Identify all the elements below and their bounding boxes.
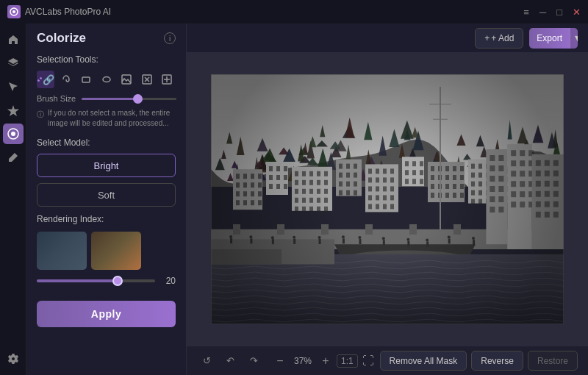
top-bar: + + Add Export ▾ bbox=[187, 24, 588, 53]
select-model-label: Select Model: bbox=[26, 133, 186, 151]
export-button[interactable]: Export bbox=[529, 28, 570, 49]
rendering-index-value: 20 bbox=[159, 276, 176, 286]
info-button[interactable]: i bbox=[164, 32, 176, 44]
rendering-index-label: Rendering Index: bbox=[26, 210, 186, 227]
icon-bar bbox=[0, 24, 26, 375]
panel-title: Colorize bbox=[37, 31, 86, 46]
tool-lasso[interactable] bbox=[57, 71, 75, 88]
zoom-out-button[interactable]: − bbox=[272, 353, 288, 369]
undo2-button[interactable]: ↶ bbox=[220, 351, 240, 371]
restore-button[interactable]: Restore bbox=[528, 351, 578, 371]
model-bright-button[interactable]: Bright bbox=[37, 154, 176, 177]
content-area: + + Add Export ▾ ↺ ↶ ↷ − bbox=[187, 24, 588, 375]
tool-image-mask[interactable] bbox=[118, 71, 136, 88]
zoom-value: 37% bbox=[291, 356, 315, 366]
close-button[interactable]: ✕ bbox=[573, 7, 581, 17]
bottom-right-controls: Remove All Mask Reverse Restore bbox=[380, 351, 578, 371]
info-small-icon: ⓘ bbox=[37, 110, 44, 120]
main-layout: Colorize i Selection Tools: 🔗 bbox=[0, 24, 588, 375]
nav-home[interactable] bbox=[3, 29, 24, 50]
tool-brush-select[interactable] bbox=[159, 71, 176, 88]
nav-layers[interactable] bbox=[3, 53, 24, 74]
selection-tools-row: 🔗 bbox=[26, 68, 186, 91]
reverse-button[interactable]: Reverse bbox=[471, 351, 523, 371]
thumb-warm bbox=[91, 232, 141, 270]
info-text-content: If you do not select a mask, the entire … bbox=[48, 108, 176, 129]
selection-tools-label: Selection Tools: bbox=[26, 50, 186, 68]
photo-canvas bbox=[211, 74, 564, 324]
remove-all-mask-button[interactable]: Remove All Mask bbox=[380, 351, 467, 371]
rendering-slider-row: 20 bbox=[37, 276, 176, 289]
model-soft-button[interactable]: Soft bbox=[37, 183, 176, 207]
brush-size-label: Brush Size bbox=[37, 94, 76, 103]
tool-ellipse[interactable] bbox=[98, 71, 115, 88]
nav-colorize[interactable] bbox=[3, 124, 24, 144]
add-button[interactable]: + + Add bbox=[475, 28, 523, 49]
fit-screen-button[interactable]: ⛶ bbox=[361, 353, 376, 369]
panel-header: Colorize i bbox=[26, 24, 186, 50]
undo-button[interactable]: ↺ bbox=[197, 351, 216, 371]
window-controls[interactable]: ≡ ─ □ ✕ bbox=[523, 7, 581, 17]
svg-rect-4 bbox=[82, 77, 90, 82]
zoom-in-button[interactable]: + bbox=[318, 353, 334, 369]
bottom-toolbar: ↺ ↶ ↷ − 37% + 1:1 ⛶ Remove All Mask Reve… bbox=[187, 346, 588, 375]
svg-point-5 bbox=[103, 77, 110, 82]
redo-button[interactable]: ↷ bbox=[244, 351, 263, 371]
app-title: AVCLabs PhotoPro AI bbox=[25, 7, 111, 17]
title-bar: AVCLabs PhotoPro AI ≡ ─ □ ✕ bbox=[0, 0, 588, 24]
rendering-thumbnails bbox=[37, 232, 176, 270]
nav-effects[interactable] bbox=[3, 100, 24, 121]
brush-size-row: Brush Size bbox=[26, 91, 186, 106]
info-text-row: ⓘ If you do not select a mask, the entir… bbox=[26, 106, 186, 133]
left-panel: Colorize i Selection Tools: 🔗 bbox=[26, 24, 187, 375]
svg-point-3 bbox=[11, 132, 15, 136]
nav-settings[interactable] bbox=[3, 349, 24, 369]
thumb-cool bbox=[37, 232, 87, 270]
bottom-left-controls: ↺ ↶ ↷ − 37% + 1:1 ⛶ bbox=[197, 351, 376, 371]
rendering-index-slider[interactable] bbox=[37, 279, 155, 282]
minimize-button[interactable]: ─ bbox=[539, 7, 546, 17]
nav-cursor[interactable] bbox=[3, 76, 24, 97]
image-area bbox=[187, 53, 588, 346]
zoom-ratio-button[interactable]: 1:1 bbox=[337, 354, 358, 368]
maximize-button[interactable]: □ bbox=[556, 7, 562, 17]
svg-point-1 bbox=[12, 10, 15, 13]
zoom-controls: − 37% + 1:1 ⛶ bbox=[272, 353, 376, 369]
rendering-section: 20 bbox=[26, 227, 186, 293]
tool-link[interactable]: 🔗 bbox=[37, 71, 54, 88]
tool-rect[interactable] bbox=[78, 71, 96, 88]
brush-size-slider[interactable] bbox=[82, 98, 176, 100]
tool-remove[interactable] bbox=[138, 71, 156, 88]
app-icon bbox=[7, 5, 21, 18]
menu-button[interactable]: ≡ bbox=[523, 7, 529, 17]
export-dropdown-button[interactable]: ▾ bbox=[570, 28, 578, 49]
nav-retouch[interactable] bbox=[3, 147, 24, 168]
title-bar-left: AVCLabs PhotoPro AI bbox=[7, 5, 111, 18]
apply-button[interactable]: Apply bbox=[37, 301, 176, 327]
